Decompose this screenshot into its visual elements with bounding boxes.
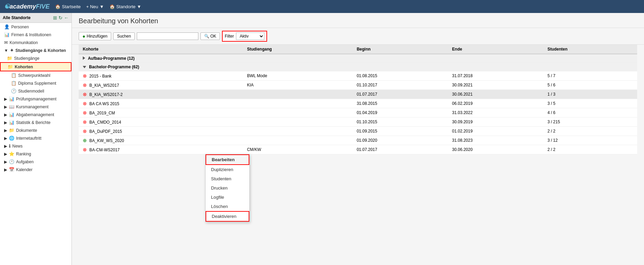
table-icon-diploma: 📋 [11, 81, 16, 86]
sidebar-item-studiengaenge[interactable]: 📁 Studiengänge [0, 54, 71, 62]
expand-icon-aufgaben: ▶ [4, 159, 7, 164]
sidebar-item-kommunikation[interactable]: ✉ Kommunikation [0, 39, 71, 46]
location-icon: 🏠 [109, 4, 115, 9]
folder-icon-kohorten: 📁 [8, 64, 13, 69]
topbar: ☯academyFIVE 🏠 Startseite + Neu ▼ 🏠 Stan… [0, 0, 644, 13]
col-studiengang: Studiengang [243, 45, 353, 54]
table-row[interactable]: ⊗ 2015 - Bank BWL Mode 01.08.2015 31.07.… [79, 71, 637, 81]
group-bachelor-label: Bachelor-Programme [89, 65, 131, 69]
table-row-highlighted[interactable]: ⊗ B_KIA_WS2017-2 01.07.2017 30.06.2021 1… [79, 90, 637, 99]
status-icon-red: ⊗ [83, 101, 87, 106]
sidebar-item-internetauftritt[interactable]: ▶ 🌐 Internetauftritt [0, 134, 71, 142]
expand-icon-statistik: ▶ [4, 120, 7, 125]
sidebar: Alle Standorte ⊞ ↻ ← 👤 Personen 📊 Firmen… [0, 13, 72, 265]
status-icon-red: ⊗ [83, 82, 87, 88]
sidebar-header: Alle Standorte ⊞ ↻ ← [0, 13, 71, 23]
sidebar-item-kursmanagement[interactable]: ▶ 📖 Kursmanagement [0, 103, 71, 111]
group-aufbau-count: (12) [127, 56, 134, 61]
sidebar-item-personen[interactable]: 👤 Personen [0, 23, 71, 31]
expand-icon-news: ▶ [4, 144, 7, 149]
home-icon: 🏠 [55, 4, 61, 9]
table-row[interactable]: ⊗ BA CA WS 2015 31.08.2015 06.02.2019 3 … [79, 99, 637, 108]
expand-icon-abgabe: ▶ [4, 112, 7, 117]
sidebar-item-statistik[interactable]: ▶ 📊 Statistik & Berichte [0, 118, 71, 126]
search-button[interactable]: Suchen [113, 32, 135, 40]
book-icon: 📖 [9, 104, 14, 109]
nav-startseite[interactable]: 🏠 Startseite [55, 4, 81, 9]
barchart-icon: 📊 [9, 120, 14, 125]
sidebar-header-title: Alle Standorte [3, 15, 30, 20]
sidebar-item-ranking[interactable]: ▶ ⭐ Ranking [0, 150, 71, 158]
sidebar-item-diploma[interactable]: 📋 Diploma Supplement [0, 79, 71, 87]
expand-icon: ▼ [4, 48, 8, 53]
nav-neu[interactable]: + Neu ▼ [86, 4, 104, 9]
clock-icon-aufgaben: 🕐 [9, 159, 14, 164]
sidebar-icon-grid[interactable]: ⊞ [53, 15, 57, 20]
table-row[interactable]: ⊗ BA-CM-WS2017 CM/KW 01.07.2017 30.06.20… [79, 145, 637, 154]
expand-icon-internet: ▶ [4, 136, 7, 141]
table-row[interactable]: ⊗ BA_DuPDF_2015 01.09.2015 01.02.2019 2 … [79, 127, 637, 136]
sidebar-item-kohorten[interactable]: 📁 Kohorten [0, 62, 71, 71]
sidebar-item-kalender[interactable]: ▶ 📅 Kalender [0, 166, 71, 173]
chart-icon-abgabe: 📊 [9, 112, 14, 117]
sidebar-item-studiengaenge-kohorten[interactable]: ▼ ✦ Studiengänge & Kohorten [0, 46, 71, 54]
chevron-down-icon-standorte: ▼ [137, 4, 141, 9]
search-icon: 🔍 [204, 34, 209, 39]
col-kohorte: Kohorte [79, 45, 243, 54]
expand-aufbau-icon[interactable] [83, 56, 85, 60]
context-menu-item-bearbeiten[interactable]: Bearbeiten [206, 154, 249, 165]
globe-icon: 🌐 [9, 136, 14, 141]
ok-button[interactable]: 🔍 OK [200, 32, 220, 40]
clock-icon-studienmodell: 🕐 [11, 88, 16, 94]
sidebar-item-aufgaben[interactable]: ▶ 🕐 Aufgaben [0, 158, 71, 166]
context-menu-item-logfile[interactable]: Logfile [206, 193, 249, 202]
table-row[interactable]: ⊗ B_KIA_WS2017 KIA 01.10.2017 30.09.2021… [79, 81, 637, 90]
group-row-bachelor[interactable]: Bachelor-Programme (62) [79, 63, 637, 71]
table-wrapper: Kohorte Studiengang Beginn Ende Studente… [72, 45, 644, 161]
context-menu-item-deaktivieren[interactable]: Deaktivieren [206, 211, 249, 222]
group-row-aufbau[interactable]: Aufbau-Programme (12) [79, 54, 637, 63]
sidebar-icon-refresh[interactable]: ↻ [58, 15, 63, 20]
group-bachelor-count: (62) [132, 65, 139, 69]
sidebar-item-pruefungsmanagement[interactable]: ▶ 📊 Prüfungsmanagement [0, 95, 71, 103]
sidebar-item-firmen[interactable]: 📊 Firmen & Institutionen [0, 31, 71, 39]
table-row[interactable]: ⊕ BA_KW_WS_2020 01.09.2020 31.08.2023 3 … [79, 136, 637, 145]
page-title: Bearbeitung von Kohorten [72, 13, 644, 28]
status-icon-red: ⊗ [83, 128, 87, 134]
col-ende: Ende [448, 45, 543, 54]
firm-icon: 📊 [4, 32, 10, 37]
context-menu: Bearbeiten Duplizieren Studenten Drucken… [205, 154, 250, 222]
main-layout: Alle Standorte ⊞ ↻ ← 👤 Personen 📊 Firmen… [0, 13, 644, 265]
expand-bachelor-icon[interactable] [83, 66, 86, 68]
toolbar: ● Hinzufügen Suchen 🔍 OK Filter Aktiv Al… [72, 28, 644, 45]
sidebar-item-schwerpunktwahl[interactable]: 📋 Schwerpunktwahl [0, 71, 71, 79]
status-icon-green: ⊕ [83, 138, 87, 143]
sidebar-item-news[interactable]: ▶ ℹ News [0, 142, 71, 150]
context-menu-item-loeschen[interactable]: Löschen [206, 202, 249, 211]
sidebar-item-abgabemanagement[interactable]: ▶ 📊 Abgabemanagement [0, 111, 71, 118]
info-icon: ℹ [9, 143, 11, 149]
calendar-icon: 📅 [9, 167, 14, 172]
table-row[interactable]: ⊗ BA_2019_CM 01.04.2019 31.03.2022 4 / 6 [79, 108, 637, 117]
filter-select[interactable]: Aktiv Alle Inaktiv [236, 32, 264, 40]
folder-icon-dokumente: 📁 [9, 128, 14, 133]
chevron-down-icon: ▼ [100, 4, 104, 9]
person-icon: 👤 [4, 24, 10, 29]
filter-label: Filter [225, 34, 234, 39]
context-menu-item-studenten[interactable]: Studenten [206, 174, 249, 183]
context-menu-item-duplizieren[interactable]: Duplizieren [206, 165, 249, 174]
table-row[interactable]: ⊗ BA_CMDO_2014 01.10.2015 30.09.2019 3 /… [79, 117, 637, 127]
context-menu-item-drucken[interactable]: Drucken [206, 183, 249, 193]
search-input[interactable] [137, 32, 198, 40]
expand-icon-ranking: ▶ [4, 152, 7, 156]
add-button[interactable]: ● Hinzufügen [79, 32, 111, 40]
col-studenten: Studenten [543, 45, 637, 54]
status-icon-red: ⊗ [83, 92, 87, 97]
star-icon: ✦ [10, 48, 14, 53]
status-icon-red: ⊗ [83, 119, 87, 125]
nav-standorte[interactable]: 🏠 Standorte ▼ [109, 4, 141, 9]
sidebar-item-dokumente[interactable]: ▶ 📁 Dokumente [0, 126, 71, 134]
sidebar-icon-arrow[interactable]: ← [64, 15, 69, 20]
sidebar-item-studienmodell[interactable]: 🕐 Studienmodell [0, 87, 71, 95]
star-icon-ranking: ⭐ [9, 151, 14, 156]
